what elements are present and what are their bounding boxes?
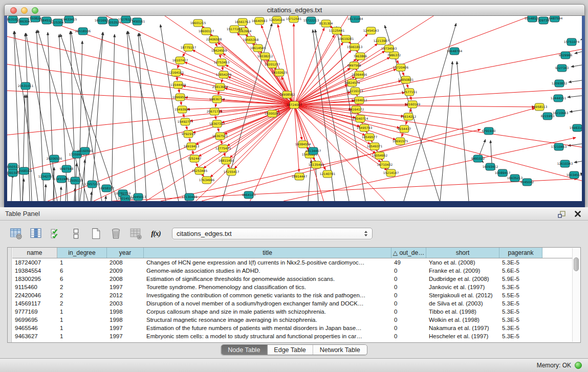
column-header-pagerank[interactable]: pagerank [499,248,542,258]
graph-node[interactable]: 16367521 [212,133,228,140]
table-row[interactable]: 1872400712008Changes of HCN gene express… [12,258,572,267]
graph-node[interactable]: 12505135 [68,177,83,184]
graph-node[interactable]: 22040714 [353,115,368,122]
table-row[interactable]: 1938455462009Genome-wide association stu… [12,267,572,275]
delete-table-icon[interactable] [109,227,123,240]
graph-node[interactable]: 18600127 [199,28,214,35]
graph-node[interactable]: 15492777 [178,118,193,125]
graph-node[interactable]: 12654104 [269,16,285,24]
graph-node[interactable]: 12160149 [405,101,421,108]
graph-node[interactable]: 15961813 [347,43,363,51]
graph-node[interactable]: 22406588 [206,36,222,43]
graph-node[interactable]: 12342757 [38,173,54,180]
table-row[interactable]: 977716911998Corpus callosum shape and si… [12,308,572,316]
graph-node[interactable]: 8131304 [319,20,333,27]
table-row[interactable]: 946362711997Embryonic stem cells: a mode… [12,332,572,340]
scrollbar-thumb[interactable] [574,257,579,271]
graph-node[interactable]: 16093412 [483,163,498,170]
memory-status-led[interactable] [575,362,582,369]
column-header-in_degree[interactable]: in_degree [57,248,107,258]
graph-node[interactable]: 7463866 [354,53,367,60]
table-row[interactable]: 1830029562008Estimation of significance … [12,275,572,283]
graph-node[interactable]: 15958113 [532,103,548,111]
graph-node[interactable]: 15722213 [303,17,319,24]
graph-node[interactable]: 6791930 [482,127,496,135]
graph-node[interactable]: 19619281 [338,35,354,42]
table-row[interactable]: 969969511998Structural magnetic resonanc… [12,316,572,324]
graph-node[interactable]: 11125441 [329,27,345,34]
graph-node[interactable]: 17130449 [182,193,198,201]
graph-node[interactable]: 17957233 [84,181,100,188]
column-header-title[interactable]: title [144,248,391,258]
graph-node[interactable]: 15712541 [286,16,302,23]
graph-node[interactable]: 16253445 [192,167,208,174]
function-builder-icon[interactable]: f(x) [149,227,163,240]
table-select-dropdown[interactable]: citations_edges.txt [172,228,373,239]
graph-node[interactable]: 18549577 [362,134,378,141]
graph-node[interactable]: 15983102 [570,124,582,132]
graph-node[interactable]: 16648784 [447,48,463,55]
graph-node[interactable]: 6497568 [347,62,361,69]
network-canvas[interactable]: 1877515716107427121641611154440910969517… [7,16,582,201]
graph-node[interactable]: 16640593 [252,17,268,25]
graph-node[interactable]: 15493929 [175,106,190,113]
graph-node[interactable]: 17450161 [129,18,145,25]
toggle-rows-icon[interactable] [69,227,83,240]
graph-node[interactable]: 20206536 [47,155,62,162]
column-header-name[interactable]: name [12,248,57,258]
graph-node[interactable]: 12610343 [557,160,573,167]
graph-node[interactable]: 19836714 [209,96,225,103]
column-header-short[interactable]: short [426,248,499,258]
graph-node[interactable]: 12213987 [374,37,389,45]
graph-node[interactable]: 17634996 [199,177,215,184]
new-table-icon[interactable] [89,227,103,240]
graph-node[interactable]: 12444151 [551,95,567,102]
graph-node[interactable]: 16038212 [257,53,273,60]
graph-node[interactable]: 17255417 [224,168,239,176]
table-row[interactable]: 1456911722003Disruption of a novel membe… [12,299,572,308]
graph-node[interactable]: 19565358 [243,36,259,43]
graph-node[interactable]: 15164612 [352,97,367,104]
graph-node[interactable]: 10549371 [367,143,383,150]
select-columns-icon[interactable] [49,227,63,240]
column-header-out_de[interactable]: △ out_de… [391,248,426,258]
table-row[interactable]: 2242004622012Investigating the contribut… [12,291,572,299]
graph-node[interactable]: 17210453 [551,143,567,150]
graph-node[interactable]: 15495793 [357,124,373,132]
table-row[interactable]: 946554611997Estimation of the future num… [12,324,572,332]
show-column-icon[interactable] [29,227,43,240]
graph-node[interactable]: 9154437 [398,125,411,133]
import-table-icon[interactable] [129,227,143,240]
graph-node[interactable]: 16561763 [235,18,251,26]
graph-node[interactable]: 10691575 [393,138,408,145]
tab-node-table[interactable]: Node Table [221,345,267,355]
table-scrollbar[interactable] [572,248,580,342]
table-row[interactable]: 911546021997Tourette syndrome. Phenomeno… [12,283,572,291]
graph-node[interactable]: 21813664 [212,83,228,91]
graph-node[interactable]: 13201277 [265,61,280,68]
graph-node[interactable]: 8215953 [541,113,555,120]
graph-node[interactable]: 12216113 [347,87,363,95]
graph-node[interactable]: 18614545 [250,45,266,52]
float-panel-icon[interactable] [556,209,567,219]
graph-node[interactable]: 9227343 [555,64,569,72]
graph-node[interactable]: 18775157 [181,44,197,51]
graph-node[interactable]: 18424509 [211,47,227,54]
graph-node[interactable]: 15720406 [393,64,409,71]
graph-node[interactable]: 9792913 [182,130,195,138]
graph-node[interactable]: 17577151 [402,89,418,96]
graph-node[interactable]: 12140781 [320,170,336,178]
graph-node[interactable]: 18131044 [347,16,363,23]
graph-node[interactable]: 16919413 [184,143,200,150]
graph-node[interactable]: 15751074 [564,38,580,46]
graph-node[interactable]: 12454143 [363,27,379,34]
tab-edge-table[interactable]: Edge Table [267,345,313,355]
graph-node[interactable]: 16601215 [190,19,206,27]
graph-node[interactable]: 7986372 [387,52,401,59]
graph-node[interactable]: 16710432 [377,161,393,168]
graph-node[interactable]: 19734593 [381,45,397,52]
graph-node[interactable]: 9097548 [60,165,74,172]
graph-node[interactable]: 9245042 [520,179,534,186]
graph-node[interactable]: 16811450 [219,157,234,164]
graph-node[interactable]: 20531011 [18,82,34,90]
